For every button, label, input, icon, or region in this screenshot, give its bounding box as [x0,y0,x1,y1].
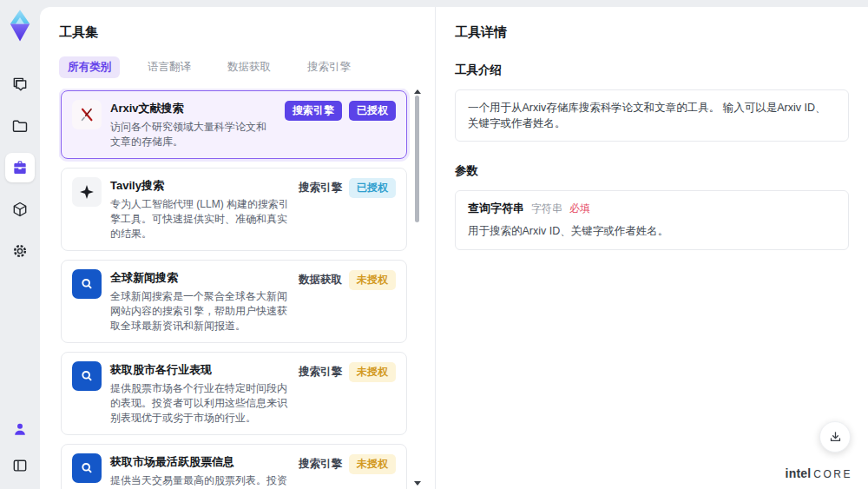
param-required-badge: 必填 [569,202,590,216]
scrollbar-thumb[interactable] [415,96,419,222]
tool-badges: 搜索引擎未授权 [299,453,396,474]
scroll-up-arrow[interactable] [414,89,421,94]
search-app-icon [72,453,102,483]
toolbox-icon[interactable] [5,153,35,182]
intro-box: 一个用于从Arxiv存储库搜索科学论文和文章的工具。 输入可以是Arxiv ID… [455,89,849,142]
sidebar-nav [5,69,35,266]
tool-item-body: 获取市场最活跃股票信息提供当天交易量最高的股票列表。投资者可以利用这些信息来识别… [110,453,290,489]
tool-list-item[interactable]: 获取股市各行业表现提供股票市场各个行业在特定时间段内的表现。投资者可以利用这些信… [61,352,407,435]
auth-status-badge: 已授权 [349,178,396,198]
tool-badges: 搜索引擎未授权 [299,361,396,382]
params-heading: 参数 [455,163,849,179]
intel-brand-text: intel [786,466,812,480]
sparkle-icon [72,177,102,207]
tab-language-translate[interactable]: 语言翻译 [139,56,200,78]
tool-title: 获取市场最活跃股票信息 [110,454,290,470]
gear-icon[interactable] [5,236,35,266]
tool-list-item[interactable]: 全球新闻搜索全球新闻搜索是一个聚合全球各大新闻网站内容的搜索引擎，帮助用户快速获… [61,260,407,343]
user-avatar-icon[interactable] [5,414,35,444]
category-tag: 数据获取 [299,270,342,290]
category-tag: 搜索引擎 [299,178,342,198]
search-app-icon [72,269,102,299]
param-name: 查询字符串 [468,201,524,216]
tool-list-item[interactable]: Tavily搜索专为人工智能代理 (LLM) 构建的搜索引擎工具。可快速提供实时… [61,168,407,251]
intro-heading: 工具介绍 [455,63,849,78]
category-tabs: 所有类别语言翻译数据获取搜索引擎 [59,56,421,78]
param-box: 查询字符串 字符串 必填 用于搜索的Arxiv ID、关键字或作者姓名。 [455,190,849,250]
auth-status-badge: 未授权 [349,362,396,382]
tool-item-body: Arxiv文献搜索访问各个研究领域大量科学论文和文章的存储库。 [110,100,276,149]
tool-item-body: 全球新闻搜索全球新闻搜索是一个聚合全球各大新闻网站内容的搜索引擎，帮助用户快速获… [110,269,290,334]
tab-search-engine[interactable]: 搜索引擎 [299,56,359,78]
scroll-down-arrow[interactable] [414,481,421,486]
folder-icon[interactable] [5,111,35,141]
arxiv-icon [72,100,102,129]
tool-description: 全球新闻搜索是一个聚合全球各大新闻网站内容的搜索引擎，帮助用户快速获取全球最新资… [110,289,290,334]
auth-status-badge: 已授权 [349,101,396,121]
tool-description: 访问各个研究领域大量科学论文和文章的存储库。 [110,120,276,149]
scrollbar[interactable] [413,89,421,486]
auth-status-badge: 未授权 [349,454,396,474]
main-card: 工具集 所有类别语言翻译数据获取搜索引擎 Arxiv文献搜索访问各个研究领域大量… [40,7,868,489]
param-header: 查询字符串 字符串 必填 [468,201,836,216]
tool-list: Arxiv文献搜索访问各个研究领域大量科学论文和文章的存储库。搜索引擎已授权Ta… [59,89,409,489]
tool-list-item[interactable]: 获取市场最活跃股票信息提供当天交易量最高的股票列表。投资者可以利用这些信息来识别… [61,444,407,489]
category-tag: 搜索引擎 [299,454,342,474]
intro-text: 一个用于从Arxiv存储库搜索科学论文和文章的工具。 输入可以是Arxiv ID… [468,100,836,131]
tool-description: 提供当天交易量最高的股票列表。投资者可以利用这些信息来识别流动性强的股票和潜在的… [110,473,290,489]
sidebar-bottom [5,414,35,480]
tool-badges: 数据获取未授权 [299,269,396,290]
search-app-icon [72,361,102,391]
category-tag: 搜索引擎 [299,362,342,382]
tool-description: 专为人工智能代理 (LLM) 构建的搜索引擎工具。可快速提供实时、准确和真实的结… [110,197,290,241]
tool-badges: 搜索引擎已授权 [299,177,396,198]
tab-data-fetch[interactable]: 数据获取 [219,56,279,78]
core-brand-text: core [813,468,852,480]
tool-badges: 搜索引擎已授权 [285,100,396,121]
param-type: 字符串 [531,202,562,216]
category-tag: 搜索引擎 [285,101,342,121]
tool-title: 获取股市各行业表现 [110,362,290,378]
tool-list-item[interactable]: Arxiv文献搜索访问各个研究领域大量科学论文和文章的存储库。搜索引擎已授权 [61,90,407,159]
auth-status-badge: 未授权 [349,270,396,290]
tool-item-body: Tavily搜索专为人工智能代理 (LLM) 构建的搜索引擎工具。可快速提供实时… [110,177,290,241]
tool-title: 全球新闻搜索 [110,270,290,286]
cube-icon[interactable] [5,195,35,224]
param-desc: 用于搜索的Arxiv ID、关键字或作者姓名。 [468,224,836,239]
tool-detail-panel: 工具详情 工具介绍 一个用于从Arxiv存储库搜索科学论文和文章的工具。 输入可… [436,7,868,489]
download-button[interactable] [819,421,851,453]
panel-toggle-icon[interactable] [5,451,35,480]
tool-list-scroll-area: Arxiv文献搜索访问各个研究领域大量科学论文和文章的存储库。搜索引擎已授权Ta… [59,89,421,489]
tab-all-categories[interactable]: 所有类别 [59,56,120,78]
tool-title: Arxiv文献搜索 [110,101,276,116]
tool-item-body: 获取股市各行业表现提供股票市场各个行业在特定时间段内的表现。投资者可以利用这些信… [110,361,290,426]
details-title: 工具详情 [455,24,849,41]
app-logo[interactable] [7,9,33,43]
page-title: 工具集 [59,24,421,41]
tool-list-panel: 工具集 所有类别语言翻译数据获取搜索引擎 Arxiv文献搜索访问各个研究领域大量… [40,7,436,489]
chat-icon[interactable] [5,69,35,99]
intel-core-logo: intel core [786,466,852,480]
tool-description: 提供股票市场各个行业在特定时间段内的表现。投资者可以利用这些信息来识别表现优于或… [110,381,290,426]
tool-title: Tavily搜索 [110,178,290,194]
app-sidebar [0,0,40,489]
